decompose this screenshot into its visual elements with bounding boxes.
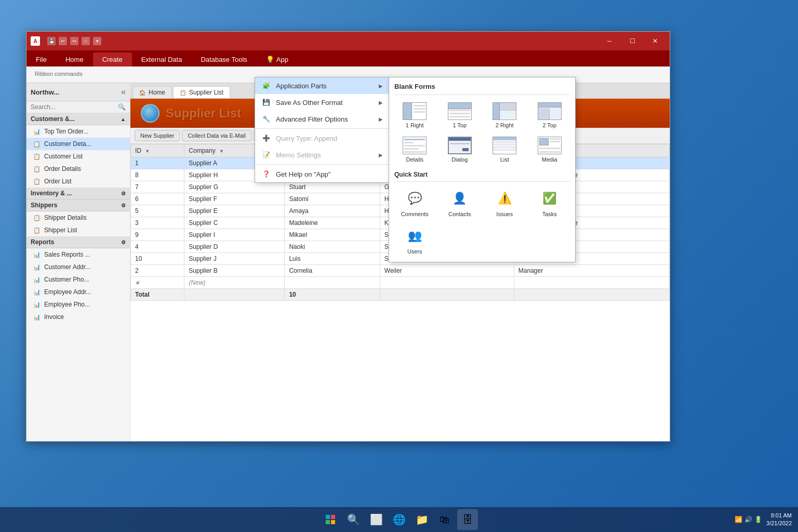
menu-item-advanced-filter[interactable]: 🔧 Advanced Filter Options ▶ bbox=[255, 111, 389, 127]
menu-item-save-other-format[interactable]: 💾 Save As Other Format ▶ bbox=[255, 94, 389, 111]
section-label-customers: Customers &... bbox=[31, 115, 75, 123]
taskbar-access-button[interactable]: 🗄 bbox=[457, 509, 478, 530]
customize-button[interactable]: ☆ bbox=[82, 37, 90, 45]
taskbar-center: 🔍 ⬜ 🌐 📁 🛍 🗄 bbox=[320, 509, 478, 530]
taskbar-clock[interactable]: 8:01 AM 3/21/2022 bbox=[766, 512, 792, 528]
tab-database-tools[interactable]: Database Tools bbox=[191, 52, 256, 66]
form-label-list: List bbox=[500, 156, 509, 163]
sidebar-item-invoice[interactable]: 📊 Invoice bbox=[26, 311, 130, 323]
quick-item-contacts[interactable]: 👤 Contacts bbox=[440, 186, 481, 219]
taskbar-files-button[interactable]: 📁 bbox=[411, 509, 432, 530]
tab-external-data[interactable]: External Data bbox=[132, 52, 192, 66]
maximize-button[interactable]: ☐ bbox=[622, 34, 643, 48]
quick-item-users[interactable]: 👥 Users bbox=[394, 223, 435, 257]
taskbar-task-view-button[interactable]: ⬜ bbox=[366, 509, 387, 530]
menu-item-application-parts[interactable]: 🧩 Application Parts ▶ bbox=[255, 77, 389, 94]
sidebar-section-reports[interactable]: Reports ⚙ bbox=[26, 236, 130, 248]
quick-item-tasks[interactable]: ✅ Tasks bbox=[529, 186, 570, 219]
item-icon-order-list: 📋 bbox=[33, 177, 41, 185]
sidebar-item-employee-addr[interactable]: 📊 Employee Addr... bbox=[26, 286, 130, 298]
col-id[interactable]: ID ▼ bbox=[131, 144, 184, 157]
taskbar-search-button[interactable]: 🔍 bbox=[343, 509, 364, 530]
cell-first: Cornelia bbox=[285, 265, 380, 277]
form-item-1right[interactable]: 1 Right bbox=[394, 100, 435, 130]
cell-id: 3 bbox=[131, 217, 184, 229]
form-icon-2top bbox=[538, 102, 562, 120]
minimize-button[interactable]: ─ bbox=[599, 34, 620, 48]
sidebar-item-shipper-details[interactable]: 📋 Shipper Details bbox=[26, 211, 130, 224]
sidebar-item-sales-reports[interactable]: 📊 Sales Reports ... bbox=[26, 248, 130, 261]
item-label-invoice: Invoice bbox=[44, 313, 64, 321]
form-item-list[interactable]: List bbox=[484, 135, 525, 165]
sidebar-item-top-ten-orders[interactable]: 📊 Top Ten Order... bbox=[26, 125, 130, 138]
cell-new-label: (New) bbox=[184, 277, 285, 289]
sidebar-item-order-list[interactable]: 📋 Order List bbox=[26, 175, 130, 188]
form-item-2right[interactable]: 2 Right bbox=[484, 100, 525, 130]
item-label-customer-list: Customer List bbox=[44, 153, 83, 160]
table-new-row[interactable]: ✱ (New) bbox=[131, 277, 670, 289]
form-item-dialog[interactable]: Dialog bbox=[440, 135, 481, 165]
cell-star: ✱ bbox=[131, 277, 184, 289]
table-row[interactable]: 2 Supplier B Cornelia Weiler Manager bbox=[131, 265, 670, 277]
tab-create[interactable]: Create bbox=[93, 52, 132, 66]
menu-item-get-help[interactable]: ❓ Get Help on "App" bbox=[255, 166, 389, 182]
quick-item-comments[interactable]: 💬 Comments bbox=[394, 186, 435, 219]
item-icon-top-ten: 📊 bbox=[33, 127, 41, 136]
taskbar-edge-button[interactable]: 🌐 bbox=[389, 509, 409, 530]
redo-button[interactable]: ↪ bbox=[70, 37, 78, 45]
form-label-details: Details bbox=[406, 156, 423, 163]
item-label-shipper-list: Shipper List bbox=[44, 227, 77, 234]
battery-icon[interactable]: 🔋 bbox=[754, 516, 762, 523]
collect-data-button[interactable]: Collect Data via E-Mail bbox=[182, 130, 251, 141]
sidebar-item-employee-pho[interactable]: 📊 Employee Pho... bbox=[26, 298, 130, 311]
sidebar-item-customer-list[interactable]: 📋 Customer List bbox=[26, 150, 130, 163]
tab-app[interactable]: 💡 App bbox=[257, 52, 298, 66]
tab-home[interactable]: Home bbox=[56, 52, 93, 66]
taskbar-start-button[interactable] bbox=[320, 509, 341, 530]
item-label-customer-addr: Customer Addr... bbox=[44, 263, 90, 271]
volume-icon[interactable]: 🔊 bbox=[744, 516, 752, 523]
quick-item-issues[interactable]: ⚠️ Issues bbox=[484, 186, 525, 219]
sidebar-section-suppliers[interactable]: Shippers ⚙ bbox=[26, 200, 130, 211]
form-label-dialog: Dialog bbox=[451, 156, 468, 163]
doc-tab-supplier-list[interactable]: 📋 Supplier List bbox=[173, 86, 230, 98]
form-item-details[interactable]: Details bbox=[394, 135, 435, 165]
sidebar-section-customers[interactable]: Customers &... ▲ bbox=[26, 113, 130, 125]
svg-rect-2 bbox=[326, 520, 330, 524]
taskbar-store-button[interactable]: 🛍 bbox=[434, 509, 455, 530]
item-label-order-details: Order Details bbox=[44, 165, 81, 172]
sidebar-item-shipper-list[interactable]: 📋 Shipper List bbox=[26, 224, 130, 236]
quick-label-users: Users bbox=[407, 248, 422, 255]
menu-item-label-query-type: Query Type: Append bbox=[276, 135, 337, 142]
form-item-2top[interactable]: 2 Top bbox=[529, 100, 570, 130]
sidebar-item-customer-pho[interactable]: 📊 Customer Pho... bbox=[26, 273, 130, 286]
qat-more-button[interactable]: ▾ bbox=[93, 37, 101, 45]
sidebar-item-order-details[interactable]: 📋 Order Details bbox=[26, 163, 130, 175]
item-icon-customer-list: 📋 bbox=[33, 152, 41, 161]
quick-label-issues: Issues bbox=[496, 211, 513, 217]
item-label-top-ten: Top Ten Order... bbox=[44, 128, 88, 135]
form-label-media: Media bbox=[542, 156, 557, 163]
sidebar-collapse-button[interactable]: « bbox=[121, 87, 126, 97]
form-item-media[interactable]: Media bbox=[529, 135, 570, 165]
network-icon[interactable]: 📶 bbox=[735, 516, 742, 523]
doc-tab-home[interactable]: 🏠 Home bbox=[132, 86, 172, 98]
menu-item-label-application-parts: Application Parts bbox=[276, 82, 327, 90]
sidebar-item-customer-addr[interactable]: 📊 Customer Addr... bbox=[26, 261, 130, 273]
form-item-1top[interactable]: 1 Top bbox=[440, 100, 481, 130]
cell-id: 8 bbox=[131, 169, 184, 181]
save-button[interactable]: 💾 bbox=[47, 37, 56, 45]
sidebar-section-inventory[interactable]: Inventory & ... ⚙ bbox=[26, 188, 130, 200]
undo-button[interactable]: ↩ bbox=[59, 37, 67, 45]
quick-start-grid: 💬 Comments 👤 Contacts ⚠️ Issues ✅ Tasks … bbox=[394, 186, 570, 257]
cell-company: Supplier I bbox=[184, 229, 285, 241]
search-input[interactable] bbox=[31, 103, 118, 111]
tab-file[interactable]: File bbox=[26, 52, 56, 66]
window-controls: ─ ☐ ✕ bbox=[599, 34, 666, 48]
item-icon-customer-pho: 📊 bbox=[33, 275, 41, 284]
cell-first: Madeleine bbox=[285, 217, 380, 229]
item-icon-employee-pho: 📊 bbox=[33, 300, 41, 309]
sidebar-item-customer-detail[interactable]: 📋 Customer Deta... bbox=[26, 138, 130, 150]
new-supplier-button[interactable]: New Supplier bbox=[135, 130, 180, 141]
close-button[interactable]: ✕ bbox=[645, 34, 666, 48]
